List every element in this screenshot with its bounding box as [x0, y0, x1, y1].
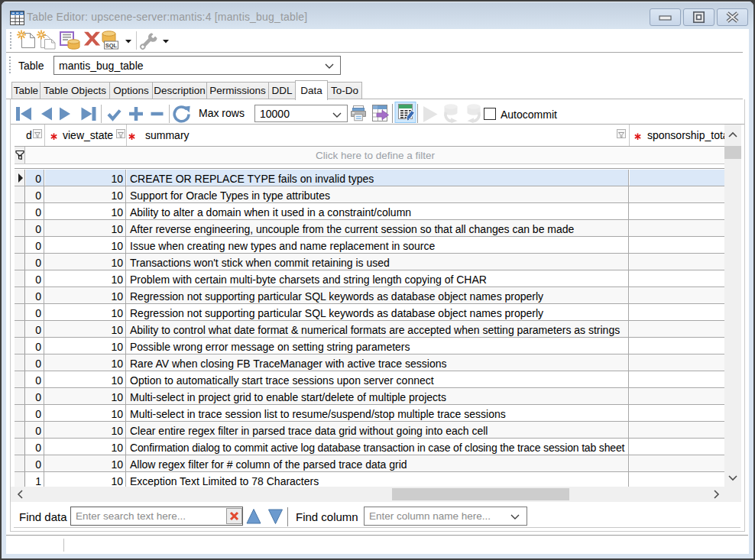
svg-text:SQL: SQL: [105, 42, 118, 49]
